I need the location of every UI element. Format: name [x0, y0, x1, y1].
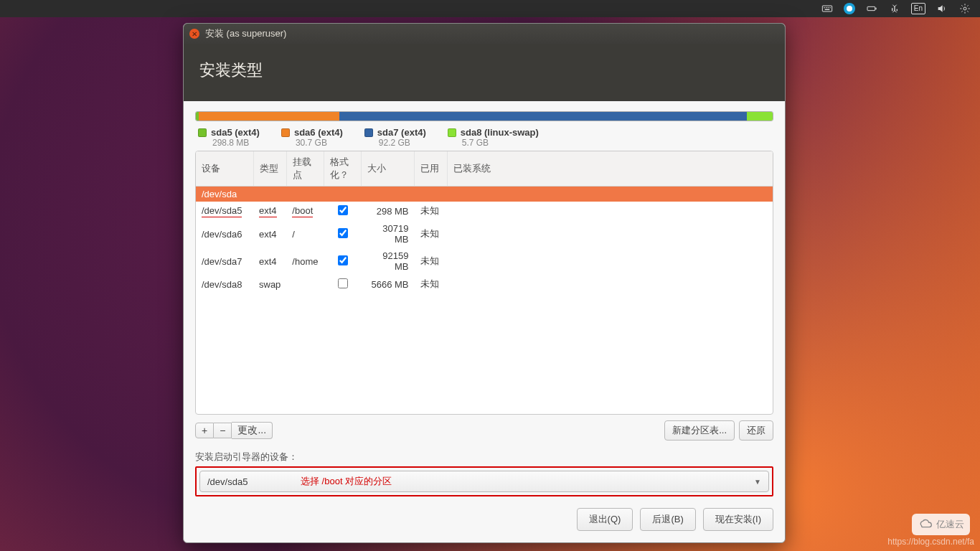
svg-rect-4	[829, 7, 830, 8]
col-size[interactable]: 大小	[362, 151, 415, 187]
bootloader-highlight: /dev/sda5 选择 /boot 对应的分区 ▼	[195, 466, 773, 496]
partbar-seg-sda8	[747, 112, 773, 121]
col-type[interactable]: 类型	[253, 151, 286, 187]
disk-group-row[interactable]: /dev/sda	[196, 187, 773, 202]
legend-size: 30.7 GB	[296, 138, 343, 148]
revert-button[interactable]: 还原	[739, 420, 773, 441]
col-system[interactable]: 已装系统	[448, 151, 773, 187]
quit-button[interactable]: 退出(Q)	[577, 508, 633, 531]
format-checkbox[interactable]	[338, 255, 348, 265]
legend-size: 92.2 GB	[379, 138, 426, 148]
format-checkbox[interactable]	[338, 205, 348, 215]
legend-item: sda8 (linux-swap)5.7 GB	[448, 127, 539, 148]
col-mount[interactable]: 挂载点	[286, 151, 324, 187]
add-partition-button[interactable]: +	[195, 423, 214, 438]
footer-buttons: 退出(Q) 后退(B) 现在安装(I)	[184, 508, 785, 542]
volume-icon[interactable]	[936, 2, 948, 15]
legend-swatch	[364, 128, 373, 137]
legend-swatch	[198, 128, 207, 137]
table-row[interactable]: /dev/sda5ext4/boot298 MB未知	[196, 202, 773, 220]
bootloader-value: /dev/sda5	[207, 476, 272, 487]
partbar-seg-sda6	[199, 112, 339, 121]
legend-item: sda5 (ext4)298.8 MB	[198, 127, 260, 148]
partbar-seg-sda7	[339, 112, 747, 121]
bootloader-label: 安装启动引导器的设备：	[195, 451, 773, 463]
source-watermark: https://blog.csdn.net/fa	[887, 537, 974, 547]
svg-rect-2	[826, 7, 826, 8]
change-partition-button[interactable]: 更改...	[232, 422, 273, 439]
bootloader-annotation: 选择 /boot 对应的分区	[301, 475, 392, 488]
battery-icon[interactable]	[865, 2, 878, 15]
col-format[interactable]: 格式化？	[324, 151, 362, 187]
format-checkbox[interactable]	[338, 278, 348, 288]
legend-label: sda5 (ext4)	[211, 127, 260, 138]
legend-item: sda6 (ext4)30.7 GB	[281, 127, 343, 148]
remove-partition-button[interactable]: −	[214, 423, 232, 438]
svg-rect-0	[822, 6, 831, 11]
network-icon[interactable]	[888, 2, 901, 15]
legend-size: 298.8 MB	[212, 138, 260, 148]
legend-label: sda8 (linux-swap)	[461, 127, 539, 138]
svg-rect-7	[875, 8, 876, 10]
brand-logo: 亿速云	[912, 514, 970, 535]
window-titlebar[interactable]: ✕ 安装 (as superuser)	[184, 24, 785, 44]
table-toolbar: + − 更改... 新建分区表... 还原	[195, 420, 773, 441]
col-device[interactable]: 设备	[196, 151, 253, 187]
chevron-down-icon: ▼	[754, 478, 761, 486]
legend-swatch	[281, 128, 290, 137]
legend-label: sda7 (ext4)	[377, 127, 426, 138]
svg-rect-6	[867, 6, 875, 10]
table-row[interactable]: /dev/sda8swap5666 MB未知	[196, 275, 773, 293]
keyboard-icon[interactable]	[821, 2, 834, 15]
installer-window: ✕ 安装 (as superuser) 安装类型 sda5 (ext4)298.…	[183, 23, 786, 543]
partition-bar[interactable]	[195, 111, 773, 121]
partition-legend: sda5 (ext4)298.8 MBsda6 (ext4)30.7 GBsda…	[198, 127, 773, 148]
svg-rect-1	[824, 7, 824, 8]
table-row[interactable]: /dev/sda7ext4/home92159 MB未知	[196, 248, 773, 275]
top-panel: En	[0, 0, 980, 17]
partition-table-wrap: 设备 类型 挂载点 格式化？ 大小 已用 已装系统 /dev/sda/dev/s…	[195, 151, 773, 415]
new-partition-table-button[interactable]: 新建分区表...	[664, 420, 735, 441]
bootloader-device-select[interactable]: /dev/sda5 选择 /boot 对应的分区 ▼	[199, 471, 769, 492]
legend-item: sda7 (ext4)92.2 GB	[364, 127, 426, 148]
legend-size: 5.7 GB	[462, 138, 539, 148]
svg-rect-5	[824, 9, 829, 10]
svg-rect-3	[827, 7, 828, 8]
page-title: 安装类型	[199, 60, 769, 81]
input-method-indicator[interactable]: En	[911, 3, 925, 14]
table-row[interactable]: /dev/sda6ext4/30719 MB未知	[196, 220, 773, 248]
window-header: 安装类型	[184, 44, 785, 101]
gear-icon[interactable]	[958, 2, 971, 15]
table-header-row: 设备 类型 挂载点 格式化？ 大小 已用 已装系统	[196, 151, 773, 187]
svg-point-8	[963, 7, 966, 10]
accessibility-icon[interactable]	[844, 3, 855, 14]
col-used[interactable]: 已用	[415, 151, 448, 187]
format-checkbox[interactable]	[338, 228, 348, 238]
install-button[interactable]: 现在安装(I)	[703, 508, 773, 531]
legend-label: sda6 (ext4)	[294, 127, 343, 138]
legend-swatch	[448, 128, 456, 137]
partition-table[interactable]: 设备 类型 挂载点 格式化？ 大小 已用 已装系统 /dev/sda/dev/s…	[196, 151, 773, 293]
window-title: 安装 (as superuser)	[205, 27, 286, 40]
close-icon[interactable]: ✕	[189, 29, 199, 39]
back-button[interactable]: 后退(B)	[640, 508, 695, 531]
